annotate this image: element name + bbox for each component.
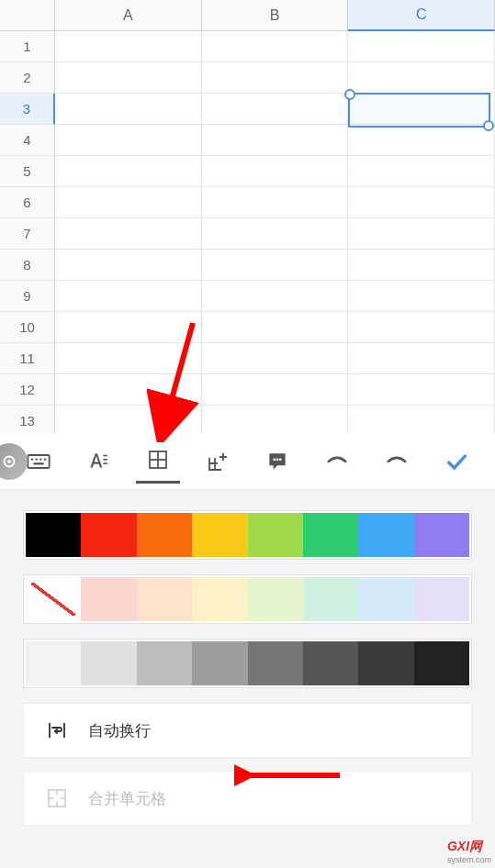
fill-swatch-0[interactable] xyxy=(26,513,81,557)
cell[interactable] xyxy=(348,218,495,250)
cell[interactable] xyxy=(202,281,349,312)
column-header-c[interactable]: C xyxy=(348,0,495,31)
row-header-5[interactable]: 5 xyxy=(0,156,55,187)
row-header-8[interactable]: 8 xyxy=(0,250,55,281)
undo-button[interactable] xyxy=(315,440,359,484)
wrap-text-option[interactable]: 自动换行 xyxy=(23,703,472,758)
fill-swatch-4[interactable] xyxy=(248,513,303,557)
cell[interactable] xyxy=(202,156,349,187)
merge-cells-label: 合并单元格 xyxy=(88,788,166,809)
cell[interactable] xyxy=(55,218,202,250)
cell[interactable] xyxy=(348,250,495,281)
cell[interactable] xyxy=(202,94,349,125)
cell[interactable] xyxy=(55,374,202,406)
cell[interactable] xyxy=(348,187,495,218)
row-header-2[interactable]: 2 xyxy=(0,62,55,94)
column-header-a[interactable]: A xyxy=(55,0,202,31)
cell[interactable] xyxy=(55,343,202,374)
gray-swatch-1[interactable] xyxy=(81,641,136,685)
svg-point-16 xyxy=(273,458,276,461)
row-header-11[interactable]: 11 xyxy=(0,343,55,374)
fill-swatch-2[interactable] xyxy=(137,513,192,557)
cell[interactable] xyxy=(202,406,349,437)
fill-swatch-7[interactable] xyxy=(414,513,469,557)
cell[interactable] xyxy=(202,250,349,281)
cell[interactable] xyxy=(348,62,495,94)
cell[interactable] xyxy=(348,343,495,374)
font-format-button[interactable] xyxy=(76,440,120,484)
column-header-b[interactable]: B xyxy=(202,0,349,31)
cell[interactable] xyxy=(55,62,202,94)
gray-swatch-3[interactable] xyxy=(192,641,247,685)
fill-swatch-1[interactable] xyxy=(81,513,136,557)
fill-swatch-6[interactable] xyxy=(358,513,413,557)
cell[interactable] xyxy=(348,31,495,62)
gray-swatch-0[interactable] xyxy=(26,641,81,685)
fill-color-row xyxy=(23,510,472,560)
gray-swatch-2[interactable] xyxy=(137,641,192,685)
cell[interactable] xyxy=(55,94,202,125)
row-header-4[interactable]: 4 xyxy=(0,125,55,156)
svg-point-18 xyxy=(279,458,282,461)
cell[interactable] xyxy=(348,312,495,343)
row-header-13[interactable]: 13 xyxy=(0,406,55,437)
merge-cells-option[interactable]: 合并单元格 xyxy=(23,771,472,826)
cell[interactable] xyxy=(55,187,202,218)
cell[interactable] xyxy=(202,312,349,343)
row-header-6[interactable]: 6 xyxy=(0,187,55,218)
cell[interactable] xyxy=(202,62,349,94)
fill-swatch-3[interactable] xyxy=(192,513,247,557)
gray-swatch-4[interactable] xyxy=(248,641,303,685)
cell[interactable] xyxy=(55,406,202,437)
cell[interactable] xyxy=(55,250,202,281)
cell[interactable] xyxy=(202,343,349,374)
light-swatch-5[interactable] xyxy=(303,577,358,621)
cell[interactable] xyxy=(202,187,349,218)
insert-button[interactable] xyxy=(196,440,240,484)
light-swatch-7[interactable] xyxy=(414,577,469,621)
cell-format-panel: 自动换行 合并单元格 xyxy=(0,490,495,868)
cell-format-button[interactable] xyxy=(136,440,180,484)
cell[interactable] xyxy=(202,218,349,250)
light-swatch-4[interactable] xyxy=(248,577,303,621)
cell[interactable] xyxy=(202,374,349,406)
cell[interactable] xyxy=(348,125,495,156)
cell[interactable] xyxy=(55,312,202,343)
fill-swatch-5[interactable] xyxy=(303,513,358,557)
merge-cells-icon xyxy=(46,787,68,809)
row-header-10[interactable]: 10 xyxy=(0,312,55,343)
gray-swatch-6[interactable] xyxy=(358,641,413,685)
cell[interactable] xyxy=(348,156,495,187)
cell[interactable] xyxy=(55,156,202,187)
cell[interactable] xyxy=(348,374,495,406)
comment-button[interactable] xyxy=(255,440,299,484)
svg-point-1 xyxy=(7,460,11,463)
row-header-12[interactable]: 12 xyxy=(0,374,55,406)
svg-point-17 xyxy=(276,458,279,461)
wrap-text-icon xyxy=(46,719,68,741)
light-swatch-2[interactable] xyxy=(137,577,192,621)
cell[interactable] xyxy=(348,94,495,125)
row-header-1[interactable]: 1 xyxy=(0,31,55,62)
cell[interactable] xyxy=(55,281,202,312)
spreadsheet-grid[interactable]: ABC 12345678910111213 xyxy=(0,0,495,433)
cell[interactable] xyxy=(55,125,202,156)
light-swatch-1[interactable] xyxy=(81,577,136,621)
cell[interactable] xyxy=(202,31,349,62)
select-all-corner[interactable] xyxy=(0,0,55,31)
gray-swatch-5[interactable] xyxy=(303,641,358,685)
cell[interactable] xyxy=(55,31,202,62)
confirm-button[interactable] xyxy=(434,440,478,484)
light-swatch-0[interactable] xyxy=(26,577,81,621)
cell[interactable] xyxy=(348,406,495,437)
cell[interactable] xyxy=(348,281,495,312)
row-header-7[interactable]: 7 xyxy=(0,218,55,250)
row-header-9[interactable]: 9 xyxy=(0,281,55,312)
redo-button[interactable] xyxy=(375,440,419,484)
row-header-3[interactable]: 3 xyxy=(0,94,55,125)
light-swatch-6[interactable] xyxy=(358,577,413,621)
gray-color-row xyxy=(23,639,472,688)
gray-swatch-7[interactable] xyxy=(414,641,469,685)
light-swatch-3[interactable] xyxy=(192,577,247,621)
cell[interactable] xyxy=(202,125,349,156)
